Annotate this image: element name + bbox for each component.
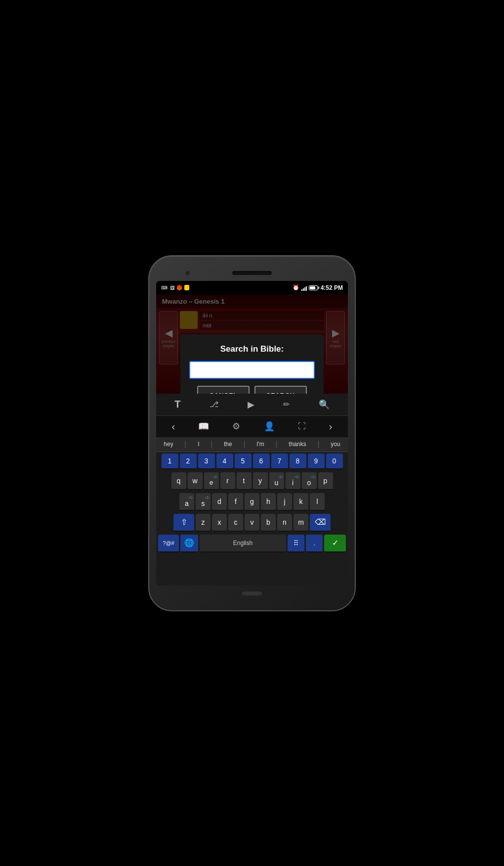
nav-right-icon[interactable]: › [327,419,335,434]
key-b[interactable]: b [261,514,276,532]
key-x[interactable]: x [212,514,227,532]
period-key[interactable]: . [306,535,323,552]
key-r[interactable]: r [220,472,235,490]
key-9[interactable]: 9 [308,454,325,469]
search-dialog: Search in Bible: CANCEL SEARCH [180,334,324,394]
dialog-overlay: Search in Bible: CANCEL SEARCH [156,295,348,394]
language-key[interactable]: 🌐 [180,535,198,552]
key-m[interactable]: m [294,514,308,532]
enter-key[interactable]: ✓ [324,535,346,552]
phone-screen: ⌨ 🖼 ⏰ 4:52 PM [156,281,348,586]
text-size-icon[interactable]: T [172,397,182,412]
fullscreen-icon[interactable]: ⛶ [296,420,308,433]
status-left-icons: ⌨ 🖼 [161,285,189,291]
zxcv-row: ⇧ z x c v b n m ⌫ [156,512,348,533]
book-icon[interactable]: 📖 [196,419,211,434]
keyboard: hey | I | the | I'm | thanks | you 1 2 3 [156,437,348,586]
shield-icon [177,285,182,291]
key-w[interactable]: w [188,472,203,490]
symbols-key[interactable]: ?@# [158,535,179,552]
alarm-icon: ⏰ [293,284,299,291]
app-content: Mwanzo – Genesis 1 ◀ previouschapter iH … [156,295,348,394]
dialog-title: Search in Bible: [189,344,315,354]
key-i[interactable]: ◁▷i [286,472,300,490]
key-g[interactable]: g [245,493,259,511]
settings-icon[interactable]: ⚙ [230,419,242,434]
play-icon[interactable]: ▶ [246,397,256,412]
key-s[interactable]: ◁▷s [196,493,210,511]
key-3[interactable]: 3 [198,454,215,469]
key-d[interactable]: d [212,493,227,511]
key-8[interactable]: 8 [290,454,306,469]
key-0[interactable]: 0 [326,454,343,469]
key-o[interactable]: ◁▷o [302,472,317,490]
key-4[interactable]: 4 [216,454,233,469]
key-h[interactable]: h [261,493,276,511]
key-u[interactable]: ◁▷u [269,472,284,490]
phone-frame: ⌨ 🖼 ⏰ 4:52 PM [148,255,356,611]
status-bar: ⌨ 🖼 ⏰ 4:52 PM [156,281,348,295]
suggestion-I[interactable]: I [194,441,203,448]
key-p[interactable]: p [318,472,333,490]
key-7[interactable]: 7 [271,454,288,469]
key-6[interactable]: 6 [253,454,270,469]
dots-key[interactable]: ⠿ [288,535,304,552]
key-t[interactable]: t [237,472,252,490]
key-f[interactable]: f [228,493,243,511]
backspace-key[interactable]: ⌫ [310,514,331,532]
suggestion-Im[interactable]: I'm [252,441,268,448]
status-right-icons: ⏰ 4:52 PM [293,284,343,291]
key-j[interactable]: j [277,493,292,511]
key-q[interactable]: q [171,472,186,490]
qwerty-row: q w ◁▷e r t y ◁▷u ◁▷i ◁▷o p [156,471,348,492]
key-y[interactable]: y [253,472,268,490]
key-1[interactable]: 1 [162,454,178,469]
search-button[interactable]: SEARCH [254,386,307,394]
suggestion-thanks[interactable]: thanks [285,441,310,448]
key-a[interactable]: ◁▷a [179,493,194,511]
keyboard-icon: ⌨ [161,285,168,290]
suggestion-you[interactable]: you [327,441,344,448]
battery-icon [309,285,318,290]
home-button [242,592,262,595]
suggestion-the[interactable]: the [220,441,236,448]
key-z[interactable]: z [196,514,210,532]
signal-icon [301,285,307,291]
search-magnify-icon[interactable]: 🔍 [317,397,332,412]
phone-top-bar [156,265,348,281]
photo-icon: 🖼 [170,285,174,290]
bottom-row: ?@# 🌐 English ⠿ . ✓ [156,533,348,554]
cancel-button[interactable]: CANCEL [197,386,249,394]
nav-left-icon[interactable]: ‹ [170,419,177,434]
front-camera [186,271,190,275]
keyboard-suggestions: hey | I | the | I'm | thanks | you [156,437,348,452]
search-input[interactable] [189,361,315,379]
shift-key[interactable]: ⇧ [173,514,194,532]
key-c[interactable]: c [228,514,243,532]
phone-bottom-bar [156,586,348,601]
toolbar-row-1: T ⎇ ▶ ✏ 🔍 [156,394,348,415]
key-2[interactable]: 2 [180,454,197,469]
key-l[interactable]: l [310,493,325,511]
toolbar-row-2: ‹ 📖 ⚙ 👤 ⛶ › [156,415,348,437]
dialog-buttons: CANCEL SEARCH [189,386,315,394]
key-e[interactable]: ◁▷e [204,472,219,490]
key-n[interactable]: n [277,514,292,532]
key-k[interactable]: k [294,493,308,511]
space-key[interactable]: English [200,535,286,552]
lock-icon [184,285,189,290]
highlight-icon[interactable]: ✏ [281,398,292,411]
phone-speaker [232,271,272,275]
key-5[interactable]: 5 [235,454,252,469]
share-icon[interactable]: ⎇ [208,398,220,411]
number-row: 1 2 3 4 5 6 7 8 9 0 [156,452,348,471]
profile-icon[interactable]: 👤 [262,419,277,434]
key-v[interactable]: v [245,514,259,532]
time-display: 4:52 PM [321,284,343,291]
asdf-row: ◁▷a ◁▷s d f g h j k l [156,492,348,512]
suggestion-hey[interactable]: hey [160,441,177,448]
